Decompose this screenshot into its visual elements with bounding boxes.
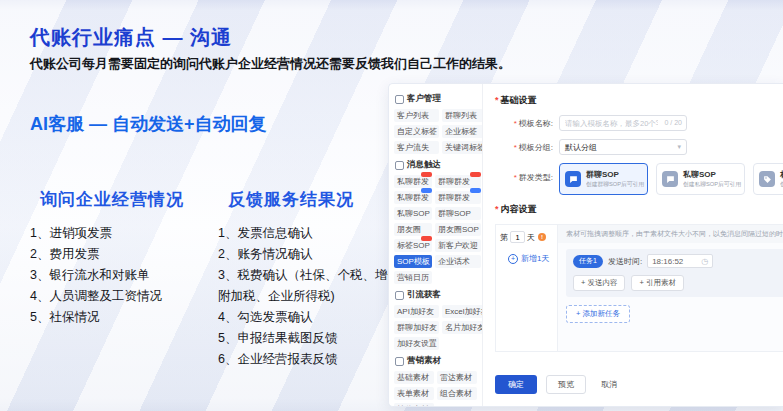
sidebar-item-label: 客户列表 [397, 111, 429, 120]
sidebar-item[interactable]: 私聊群发 [394, 175, 432, 188]
send-type-label: *群发类型: [495, 163, 553, 183]
sidebar-item[interactable]: 私聊SOP [394, 207, 432, 220]
send-time-value: 18:16:52 [652, 257, 683, 266]
sidebar-item-label: 自定义标签 [397, 127, 437, 136]
sidebar-item-label: 私聊SOP [397, 209, 430, 218]
group-chat-icon [565, 171, 581, 187]
sop-template-form: *基础设置 *模板名称: 0 / 20 *模板分组: 默认分组 ▾ [483, 84, 783, 406]
task-buttons: + 发送内容 + 引用素材 [573, 275, 783, 291]
sidebar-item[interactable]: 抽奖素材 [394, 403, 434, 406]
sidebar-item[interactable]: 企业标签 [442, 125, 483, 138]
sop-type-card-tag[interactable]: 标签SOP 创建标签SOP后可引用 [753, 163, 783, 195]
sidebar-item[interactable]: 群聊SOP [435, 207, 481, 220]
sidebar-item[interactable]: 群聊群发 [435, 191, 481, 204]
sidebar-item[interactable]: SOP模板 [394, 255, 432, 268]
sidebar-item[interactable]: 组合素材 [437, 387, 477, 400]
sidebar-item-label: Excel加好友 [445, 307, 483, 316]
sidebar-item[interactable]: 企业话术 [435, 255, 481, 268]
day-number-input[interactable] [510, 231, 525, 243]
sidebar-item-label: SOP模板 [397, 257, 430, 266]
sidebar-item[interactable]: 表单素材 [394, 387, 434, 400]
sidebar-item[interactable]: 雷达素材 [437, 371, 477, 384]
sidebar-section-acquisition: 引流获客 [395, 289, 476, 301]
sidebar-item-label: 朋友圈 [397, 225, 421, 234]
quote-material-button[interactable]: + 引用素材 [631, 275, 683, 291]
sidebar-item[interactable]: 客户列表 [394, 109, 439, 122]
drag-hint-text: 素材可拖拽调整顺序，由于素材文件大小不同，以免消息间隔过短的时候出现乱序，先后确… [558, 225, 783, 243]
sidebar-item[interactable]: 标签SOP [394, 239, 432, 252]
task-card: 任务1 发送时间: 18:16:52 ◷ + 发送内容 + 引用素材 [566, 249, 783, 297]
sop-type-card-group[interactable]: 群聊SOP 创建群聊SOP后可引用 [559, 163, 648, 195]
sidebar-item-label: API加好友 [397, 307, 434, 316]
send-type-row: *群发类型: 群聊SOP 创建群聊SOP后可引用 [495, 163, 783, 195]
new-badge [470, 172, 481, 177]
sidebar-item[interactable]: 私聊群发 [394, 191, 432, 204]
sidebar-item[interactable]: 自定义标签 [394, 125, 439, 138]
day-row[interactable]: 第 天 ! [500, 231, 553, 243]
sidebar-item-label: 抽奖素材 [397, 405, 429, 406]
ai-heading: AI客服 — 自动发送+自动回复 [30, 112, 267, 136]
sidebar-item[interactable]: 新客户欢迎 [435, 239, 481, 252]
sidebar-item-label: 标签SOP [397, 241, 430, 250]
sidebar-item[interactable]: 加好友设置 [394, 337, 439, 350]
task-list: 任务1 发送时间: 18:16:52 ◷ + 发送内容 + 引用素材 [558, 243, 783, 329]
sidebar-item-label: 客户流失 [397, 143, 429, 152]
required-mark: * [514, 173, 517, 182]
sidebar-item[interactable]: 朋友圈SOP [435, 223, 481, 236]
sidebar-group: 客户列表 群聊列表 自定义标签 企业标签 [394, 109, 477, 154]
plus-icon: + [508, 254, 518, 264]
chat-icon [662, 171, 678, 187]
sidebar-item-label: 雷达素材 [440, 373, 472, 382]
cancel-button[interactable]: 取消 [595, 378, 623, 391]
add-send-content-button[interactable]: + 发送内容 [573, 275, 625, 291]
ask-list-items: 1、进销项发票 2、费用发票 3、银行流水和对账单 4、人员调整及工资情况 5、… [30, 223, 184, 328]
sidebar-item[interactable]: 客户流失 [394, 141, 439, 154]
tag-icon [759, 171, 775, 187]
sidebar-section-customer: 客户管理 [395, 93, 476, 105]
form-footer: 确定 预览 取消 [495, 375, 623, 394]
ask-list: 询问企业经营情况 1、进销项发票 2、费用发票 3、银行流水和对账单 4、人员调… [30, 188, 184, 370]
add-day-button[interactable]: + 新增1天 [508, 253, 553, 264]
sidebar-item-label: 新客户欢迎 [438, 241, 478, 250]
section-label: 基础设置 [501, 95, 537, 105]
list-item: 4、人员调整及工资情况 [30, 286, 184, 307]
sop-type-card-private[interactable]: 私聊SOP 创建私聊SOP后可引用 [656, 163, 745, 195]
day-prefix: 第 [500, 232, 508, 243]
new-badge [470, 188, 481, 193]
new-badge [421, 188, 432, 193]
task-header-row: 任务1 发送时间: 18:16:52 ◷ [573, 254, 783, 268]
help-icon[interactable]: ! [538, 233, 546, 241]
folder-icon [395, 357, 404, 366]
confirm-button[interactable]: 确定 [495, 375, 537, 394]
sidebar-item[interactable]: API加好友 [394, 305, 439, 318]
sidebar-item[interactable]: 名片加好友 [442, 321, 483, 334]
send-time-input[interactable]: 18:16:52 ◷ [647, 254, 713, 268]
sidebar-group: API加好友 Excel加好友 群聊加好友 名片加好友 [394, 305, 477, 350]
list-item: 2、费用发票 [30, 244, 184, 265]
sidebar-item-label: 群聊群发 [438, 193, 470, 202]
template-group-row: *模板分组: 默认分组 ▾ [495, 139, 783, 155]
sidebar-item[interactable]: 朋友圈 [394, 223, 432, 236]
field-label: 模板名称: [519, 119, 553, 128]
list-item: 1、进销项发票 [30, 223, 184, 244]
section-label: 内容设置 [501, 204, 537, 214]
days-column: 第 天 ! + 新增1天 [496, 225, 558, 351]
sidebar-item-label: 营销日历 [397, 273, 429, 282]
char-counter: 0 / 20 [664, 119, 682, 126]
sidebar-item[interactable]: 群聊列表 [442, 109, 483, 122]
add-task-button[interactable]: + 添加新任务 [566, 305, 630, 323]
sidebar-item[interactable]: 关键词标签 [442, 141, 483, 154]
sidebar-item[interactable]: 群聊加好友 [394, 321, 439, 334]
sidebar-item-label: 群聊列表 [445, 111, 477, 120]
preview-button[interactable]: 预览 [546, 375, 586, 394]
sidebar-item[interactable]: Excel加好友 [442, 305, 483, 318]
sidebar-item[interactable]: 营销日历 [394, 271, 432, 284]
sop-type-cards: 群聊SOP 创建群聊SOP后可引用 私聊SOP 创建私聊SOP后可引用 [559, 163, 783, 195]
template-group-select[interactable]: 默认分组 ▾ [559, 139, 687, 155]
required-mark: * [495, 204, 499, 214]
sidebar-item[interactable]: 基础素材 [394, 371, 434, 384]
sidebar-item[interactable]: 群聊群发 [435, 175, 481, 188]
new-badge [421, 236, 432, 241]
sidebar-item-label: 企业话术 [438, 257, 470, 266]
list-item: 5、社保情况 [30, 307, 184, 328]
